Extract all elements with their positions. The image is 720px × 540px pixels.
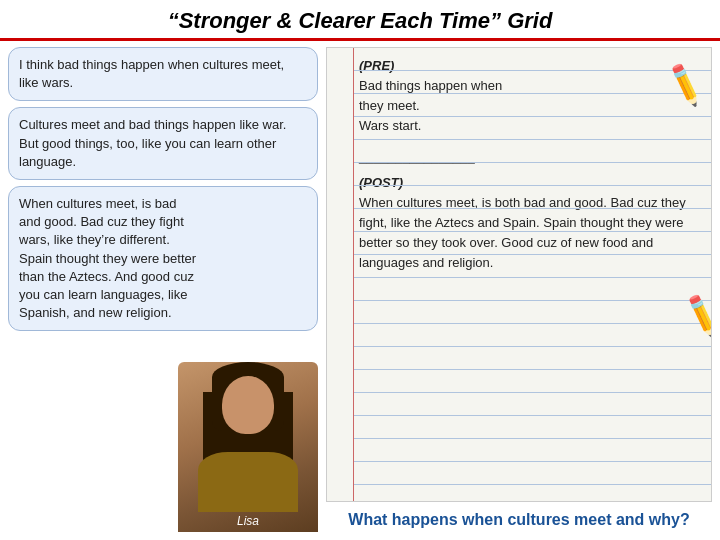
post-text: When cultures meet, is both bad and good…: [359, 193, 699, 274]
student-label: Lisa: [178, 514, 318, 528]
pencil-post-icon: ✏️: [640, 286, 712, 443]
page-title: “Stronger & Clearer Each Time” Grid: [0, 0, 720, 38]
page: “Stronger & Clearer Each Time” Grid I th…: [0, 0, 720, 540]
header-divider: [0, 38, 720, 41]
section-divider: ________________: [359, 147, 699, 167]
pre-text-1: Bad things happen when: [359, 76, 699, 96]
pre-label: (PRE): [359, 56, 699, 76]
student-box-1: I think bad things happen when cultures …: [8, 47, 318, 101]
right-column: (PRE) Bad things happen when they meet. …: [326, 47, 712, 532]
student-text-3: When cultures meet, is bad and good. Bad…: [19, 196, 196, 320]
student-photo: Lisa: [178, 362, 318, 532]
pre-section: (PRE) Bad things happen when they meet. …: [359, 56, 699, 137]
notepad: (PRE) Bad things happen when they meet. …: [326, 47, 712, 502]
student-text-2: Cultures meet and bad things happen like…: [19, 117, 286, 168]
left-column: I think bad things happen when cultures …: [8, 47, 318, 532]
pre-text-3: Wars start.: [359, 116, 699, 136]
student-text-1: I think bad things happen when cultures …: [19, 57, 284, 90]
bottom-question: What happens when cultures meet and why?: [326, 506, 712, 532]
student-photo-area: Lisa: [178, 362, 318, 532]
post-label: (POST): [359, 173, 699, 193]
content-area: I think bad things happen when cultures …: [0, 47, 720, 540]
student-box-3: When cultures meet, is bad and good. Bad…: [8, 186, 318, 331]
pre-text-2: they meet.: [359, 96, 699, 116]
student-box-2: Cultures meet and bad things happen like…: [8, 107, 318, 180]
post-section: (POST) When cultures meet, is both bad a…: [359, 173, 699, 274]
